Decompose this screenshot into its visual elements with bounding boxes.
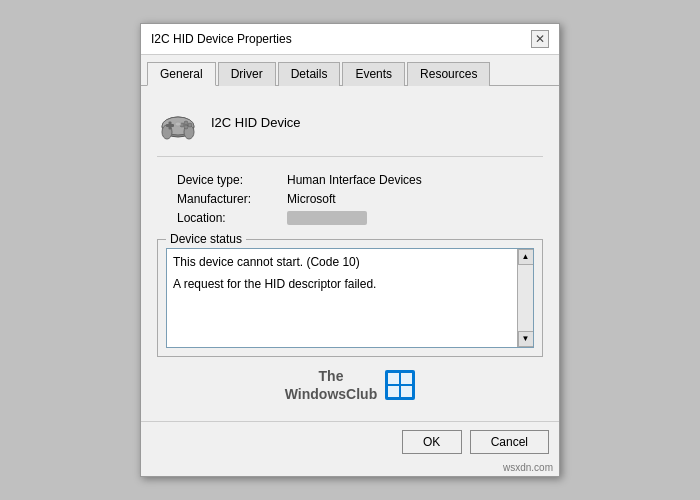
device-name: I2C HID Device (211, 115, 301, 130)
svg-point-6 (184, 121, 188, 125)
manufacturer-label: Manufacturer: (177, 192, 287, 206)
cancel-button[interactable]: Cancel (470, 430, 549, 454)
tab-bar: General Driver Details Events Resources (141, 55, 559, 86)
svg-rect-12 (388, 373, 399, 384)
tab-details[interactable]: Details (278, 62, 341, 86)
property-row-device-type: Device type: Human Interface Devices (177, 173, 543, 187)
footer: OK Cancel (141, 421, 559, 462)
manufacturer-value: Microsoft (287, 192, 336, 206)
device-type-value: Human Interface Devices (287, 173, 422, 187)
watermark-area: The WindowsClub (157, 357, 543, 409)
close-button[interactable]: ✕ (531, 30, 549, 48)
scroll-track (518, 265, 533, 331)
scroll-down-arrow[interactable]: ▼ (518, 331, 534, 347)
group-box-label: Device status (166, 232, 246, 246)
svg-rect-5 (169, 121, 172, 129)
tab-driver[interactable]: Driver (218, 62, 276, 86)
svg-point-8 (184, 125, 188, 129)
close-icon: ✕ (535, 32, 545, 46)
title-bar: I2C HID Device Properties ✕ (141, 24, 559, 55)
dialog-title: I2C HID Device Properties (151, 32, 292, 46)
properties-table: Device type: Human Interface Devices Man… (157, 173, 543, 225)
device-icon (157, 102, 199, 144)
device-type-label: Device type: (177, 173, 287, 187)
location-value (287, 211, 367, 225)
ok-button[interactable]: OK (402, 430, 462, 454)
dialog-window: I2C HID Device Properties ✕ General Driv… (140, 23, 560, 477)
tab-resources[interactable]: Resources (407, 62, 490, 86)
status-line2: A request for the HID descriptor failed. (173, 277, 513, 291)
status-box: This device cannot start. (Code 10) A re… (166, 248, 534, 348)
location-label: Location: (177, 211, 287, 225)
tab-events[interactable]: Events (342, 62, 405, 86)
scroll-up-arrow[interactable]: ▲ (518, 249, 534, 265)
status-line1: This device cannot start. (Code 10) (173, 255, 513, 269)
content-area: I2C HID Device Device type: Human Interf… (141, 86, 559, 421)
svg-point-7 (188, 123, 192, 127)
watermark-text: The WindowsClub (285, 367, 377, 403)
svg-point-10 (175, 122, 181, 126)
svg-rect-15 (401, 386, 412, 397)
device-header: I2C HID Device (157, 102, 543, 157)
property-row-location: Location: (177, 211, 543, 225)
device-status-group: Device status This device cannot start. … (157, 239, 543, 357)
watermark-wsxdn: wsxdn.com (141, 462, 559, 476)
status-scrollbar[interactable]: ▲ ▼ (517, 249, 533, 347)
svg-rect-14 (388, 386, 399, 397)
property-row-manufacturer: Manufacturer: Microsoft (177, 192, 543, 206)
windows-logo-icon (385, 370, 415, 400)
tab-general[interactable]: General (147, 62, 216, 86)
svg-rect-13 (401, 373, 412, 384)
